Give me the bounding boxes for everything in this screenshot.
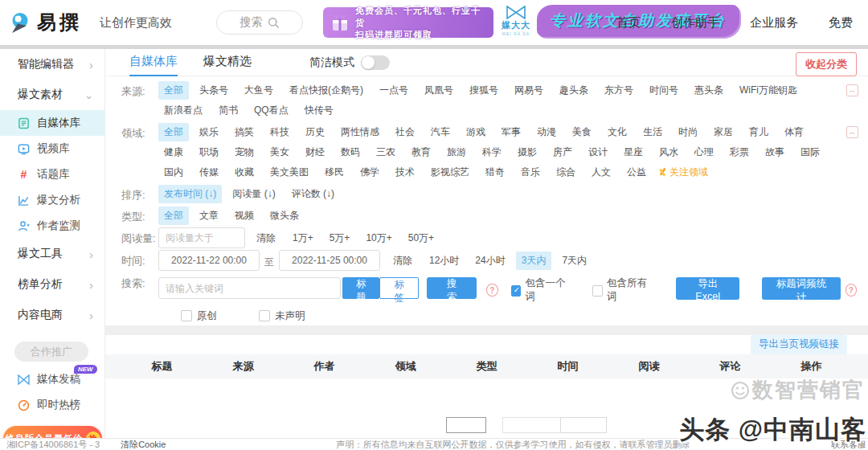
type-option[interactable]: 全部	[158, 207, 189, 225]
time-option[interactable]: 24小时	[469, 252, 510, 270]
field-option[interactable]: 美女	[264, 143, 295, 162]
logo[interactable]: 易撰	[8, 10, 82, 35]
field-option[interactable]: 房产	[547, 143, 578, 162]
simple-mode-toggle[interactable]	[361, 55, 390, 70]
time-from-input[interactable]	[158, 250, 260, 271]
field-option[interactable]: 技术	[390, 163, 420, 182]
original-label[interactable]: 原创	[197, 309, 217, 323]
source-option[interactable]: 全部	[158, 81, 189, 100]
coop-promo-pill[interactable]: 合作推广	[14, 342, 88, 362]
sidebar-item-hot-tools[interactable]: 爆文工具	[0, 239, 104, 269]
clear-cookie-link[interactable]: 清除Cookie	[121, 439, 166, 450]
field-option[interactable]: 设计	[583, 143, 613, 162]
member-promo-banner[interactable]: 免费会员、千元礼包、行业干货 扫码进群即可领取	[323, 7, 493, 38]
source-option[interactable]: 简书	[213, 101, 244, 120]
field-option[interactable]: 健康	[158, 143, 189, 162]
field-option[interactable]: 搞笑	[229, 123, 260, 141]
export-page-video-links[interactable]: 导出当页视频链接	[751, 335, 847, 354]
source-option[interactable]: 搜狐号	[464, 81, 504, 100]
source-option[interactable]: 大鱼号	[239, 81, 279, 100]
source-option[interactable]: 看点快报(企鹅号)	[284, 81, 369, 100]
keyword-input[interactable]	[158, 277, 341, 299]
field-option[interactable]: 移民	[319, 163, 350, 182]
reads-option[interactable]: 5万+	[324, 229, 356, 248]
word-frequency-help-icon[interactable]	[845, 284, 858, 297]
source-option[interactable]: 快传号	[299, 101, 339, 120]
field-option[interactable]: 汽车	[425, 123, 456, 141]
pagination-stub[interactable]	[446, 417, 486, 433]
field-option[interactable]: 心理	[689, 143, 719, 162]
field-option[interactable]: 家居	[708, 123, 739, 141]
source-option[interactable]: 时间号	[644, 81, 684, 100]
header-search-input[interactable]: 搜索	[216, 10, 303, 35]
source-option[interactable]: 网易号	[509, 81, 549, 100]
field-option[interactable]: 科技	[264, 123, 295, 141]
field-option[interactable]: 两性情感	[335, 123, 385, 141]
reads-option[interactable]: 10万+	[360, 229, 397, 248]
match-title-button[interactable]: 标题	[342, 277, 379, 299]
source-option[interactable]: 新浪看点	[158, 101, 208, 120]
field-option[interactable]: 摄影	[512, 143, 542, 162]
field-option[interactable]: 财经	[300, 143, 330, 162]
field-option[interactable]: 游戏	[461, 123, 491, 141]
source-option[interactable]: 头条号	[194, 81, 234, 100]
export-excel-button[interactable]: 导出Excel	[676, 277, 740, 300]
sidebar-item-content-ecommerce[interactable]: 内容电商	[0, 300, 104, 330]
field-option[interactable]: 数码	[335, 143, 366, 162]
sidebar-item-rank-analysis[interactable]: 榜单分析	[0, 269, 104, 300]
tab-media-library[interactable]: 自媒体库	[129, 49, 178, 76]
field-option[interactable]: 娱乐	[194, 123, 224, 141]
field-option[interactable]: 宠物	[229, 143, 260, 162]
sidebar-item-author-monitor[interactable]: 作者监测	[0, 213, 104, 239]
sort-option[interactable]: 评论数 (↓)	[286, 185, 340, 203]
collapse-categories-button[interactable]: 收起分类	[796, 52, 857, 76]
follow-fields-link[interactable]: 关注领域	[657, 166, 708, 179]
type-option[interactable]: 微头条	[264, 207, 305, 225]
field-option[interactable]: 生活	[637, 123, 668, 141]
sidebar-item-video-library[interactable]: 视频库	[0, 136, 104, 162]
sort-option[interactable]: 阅读量 (↓)	[227, 185, 280, 203]
pagination-stub[interactable]	[560, 417, 607, 433]
time-clear-link[interactable]: 清除	[393, 254, 412, 268]
nav-item[interactable]: 企业服务	[735, 15, 813, 31]
source-option[interactable]: 趣头条	[554, 81, 594, 100]
source-option[interactable]: 惠头条	[689, 81, 729, 100]
reads-option[interactable]: 1万+	[287, 229, 319, 248]
sidebar-item-hot-analysis[interactable]: 爆文分析	[0, 187, 104, 213]
sidebar-item-topic-library[interactable]: # 话题库	[0, 162, 104, 187]
field-option[interactable]: 科学	[477, 143, 507, 162]
field-option[interactable]: 收藏	[229, 163, 260, 182]
sidebar-item-smart-editor[interactable]: 智能编辑器	[0, 49, 104, 80]
field-option[interactable]: 旅游	[441, 143, 472, 162]
field-option[interactable]: 职场	[194, 143, 224, 162]
field-option[interactable]: 公益	[621, 163, 652, 182]
original-checkbox[interactable]	[181, 310, 192, 321]
reads-threshold-input[interactable]	[158, 227, 245, 248]
time-option[interactable]: 7天内	[556, 252, 592, 270]
field-option[interactable]: 美文美图	[264, 163, 314, 182]
undeclared-label[interactable]: 未声明	[275, 309, 305, 323]
contain-all-words-checkbox[interactable]	[592, 285, 603, 297]
type-option[interactable]: 文章	[194, 207, 224, 225]
field-option[interactable]: 军事	[496, 123, 526, 141]
reads-clear-link[interactable]: 清除	[256, 231, 276, 245]
contain-all-words-label[interactable]: 包含所有词	[607, 276, 652, 304]
time-option[interactable]: 12小时	[424, 252, 465, 270]
contain-one-word-label[interactable]: 包含一个词	[525, 276, 570, 304]
contain-one-word-checkbox[interactable]	[511, 285, 522, 297]
field-option[interactable]: 教育	[406, 143, 436, 162]
nav-item[interactable]: 首页	[601, 15, 656, 31]
match-tag-button[interactable]: 标签	[379, 277, 418, 299]
field-option[interactable]: 综合	[551, 163, 581, 182]
sidebar-item-hot-material[interactable]: 爆文素材	[0, 80, 104, 110]
field-option[interactable]: 育儿	[743, 123, 774, 141]
field-option[interactable]: 美食	[567, 123, 597, 141]
undeclared-checkbox[interactable]	[259, 310, 270, 321]
type-option[interactable]: 视频	[229, 207, 260, 225]
field-option[interactable]: 动漫	[531, 123, 562, 141]
field-option[interactable]: 风水	[653, 143, 684, 162]
field-option[interactable]: 佛学	[354, 163, 385, 182]
source-option[interactable]: 一点号	[374, 81, 414, 100]
contact-support-link[interactable]: 联系客服	[831, 439, 866, 450]
time-to-input[interactable]	[279, 250, 380, 271]
